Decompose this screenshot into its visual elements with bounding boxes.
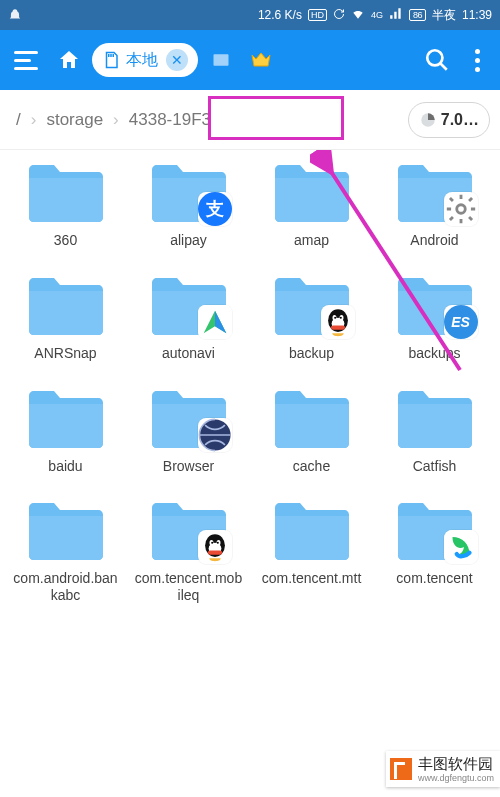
- folder-item[interactable]: baidu: [4, 384, 127, 475]
- browser-badge-icon: [198, 418, 232, 452]
- folder-item[interactable]: 360: [4, 158, 127, 249]
- folder-name: com.tencent: [380, 570, 490, 587]
- svg-point-1: [427, 50, 442, 65]
- folder-icon: [394, 496, 476, 562]
- battery-icon: 86: [409, 9, 426, 21]
- net-speed: 12.6 K/s: [258, 8, 302, 22]
- menu-button[interactable]: [6, 40, 46, 80]
- svg-point-3: [456, 205, 465, 214]
- svg-point-10: [339, 317, 341, 319]
- svg-point-18: [216, 542, 218, 544]
- watermark-title: 丰图软件园: [418, 755, 493, 772]
- notification-icon: [8, 8, 22, 22]
- folder-item[interactable]: backup: [250, 271, 373, 362]
- location-label: 本地: [126, 50, 158, 71]
- window-icon[interactable]: [204, 43, 238, 77]
- folder-name: com.android.bankabc: [11, 570, 121, 604]
- folder-item[interactable]: com.tencent.mtt: [250, 496, 373, 604]
- qq-badge-icon: [198, 530, 232, 564]
- folder-icon: [271, 384, 353, 450]
- clock-time: 11:39: [462, 8, 492, 22]
- svg-rect-11: [330, 325, 344, 329]
- folder-item[interactable]: cache: [250, 384, 373, 475]
- folder-icon: [148, 496, 230, 562]
- wifi-icon: [351, 7, 365, 24]
- folder-icon: [25, 496, 107, 562]
- folder-item[interactable]: ESbackups: [373, 271, 496, 362]
- folder-name: alipay: [134, 232, 244, 249]
- svg-rect-19: [207, 551, 221, 555]
- sync-icon: [333, 8, 345, 23]
- folder-item[interactable]: amap: [250, 158, 373, 249]
- path-seg-current[interactable]: 4338-19F3: [129, 110, 211, 130]
- folder-icon: [394, 384, 476, 450]
- folder-name: backups: [380, 345, 490, 362]
- folder-name: com.tencent.mobileq: [134, 570, 244, 604]
- search-button[interactable]: [420, 43, 454, 77]
- folder-name: com.tencent.mtt: [257, 570, 367, 587]
- home-button[interactable]: [52, 43, 86, 77]
- folder-icon: [271, 496, 353, 562]
- folder-item[interactable]: com.tencent.mobileq: [127, 496, 250, 604]
- folder-icon: [148, 384, 230, 450]
- folder-icon: [271, 158, 353, 224]
- app-bar: 本地 ✕: [0, 30, 500, 90]
- folder-item[interactable]: Browser: [127, 384, 250, 475]
- folder-name: 360: [11, 232, 121, 249]
- watermark-logo: [390, 758, 412, 780]
- storage-pill[interactable]: 7.0…: [408, 102, 490, 138]
- folder-icon: [394, 158, 476, 224]
- location-chip[interactable]: 本地 ✕: [92, 43, 198, 77]
- watermark-url: www.dgfengtu.com: [418, 774, 494, 783]
- folder-icon: ES: [394, 271, 476, 337]
- folder-item[interactable]: Catfish: [373, 384, 496, 475]
- folder-item[interactable]: 支alipay: [127, 158, 250, 249]
- svg-point-17: [211, 542, 213, 544]
- folder-name: Browser: [134, 458, 244, 475]
- path-seg-storage[interactable]: storage: [46, 110, 103, 130]
- autonavi-badge-icon: [198, 305, 232, 339]
- folder-icon: [148, 271, 230, 337]
- folder-icon: [25, 271, 107, 337]
- qq-badge-icon: [321, 305, 355, 339]
- folder-item[interactable]: Android: [373, 158, 496, 249]
- sd-card-icon: [102, 51, 120, 69]
- watermark: 丰图软件园 www.dgfengtu.com: [386, 751, 500, 787]
- annotation-box: [208, 96, 344, 140]
- folder-name: cache: [257, 458, 367, 475]
- folder-icon: [25, 384, 107, 450]
- signal-label: 4G: [371, 10, 383, 20]
- breadcrumb: / › storage › 4338-19F3 7.0…: [0, 90, 500, 150]
- status-bar: 12.6 K/s HD 4G 86 半夜11:39: [0, 0, 500, 30]
- chevron-right-icon: ›: [31, 110, 37, 130]
- tencent-badge-icon: [444, 530, 478, 564]
- folder-item[interactable]: ANRSnap: [4, 271, 127, 362]
- pie-chart-icon: [419, 111, 437, 129]
- folder-icon: [271, 271, 353, 337]
- storage-used: 7.0…: [441, 111, 479, 129]
- path-root[interactable]: /: [16, 110, 21, 130]
- signal-icon: [389, 8, 403, 23]
- folder-name: autonavi: [134, 345, 244, 362]
- folder-item[interactable]: com.android.bankabc: [4, 496, 127, 604]
- folder-name: Catfish: [380, 458, 490, 475]
- overflow-menu-button[interactable]: [460, 43, 494, 77]
- folder-name: ANRSnap: [11, 345, 121, 362]
- chevron-right-icon: ›: [113, 110, 119, 130]
- folder-name: amap: [257, 232, 367, 249]
- crown-icon[interactable]: [244, 43, 278, 77]
- hd-icon: HD: [308, 9, 327, 21]
- clock-label: 半夜: [432, 7, 456, 24]
- svg-rect-0: [214, 54, 229, 66]
- folder-item[interactable]: autonavi: [127, 271, 250, 362]
- folder-icon: [25, 158, 107, 224]
- folder-name: baidu: [11, 458, 121, 475]
- svg-point-9: [334, 317, 336, 319]
- folder-name: Android: [380, 232, 490, 249]
- folder-name: backup: [257, 345, 367, 362]
- close-icon[interactable]: ✕: [166, 49, 188, 71]
- es-badge-icon: ES: [444, 305, 478, 339]
- folder-item[interactable]: com.tencent: [373, 496, 496, 604]
- folder-grid: 360支alipayamapAndroidANRSnapautonaviback…: [0, 150, 500, 604]
- alipay-badge-icon: 支: [198, 192, 232, 226]
